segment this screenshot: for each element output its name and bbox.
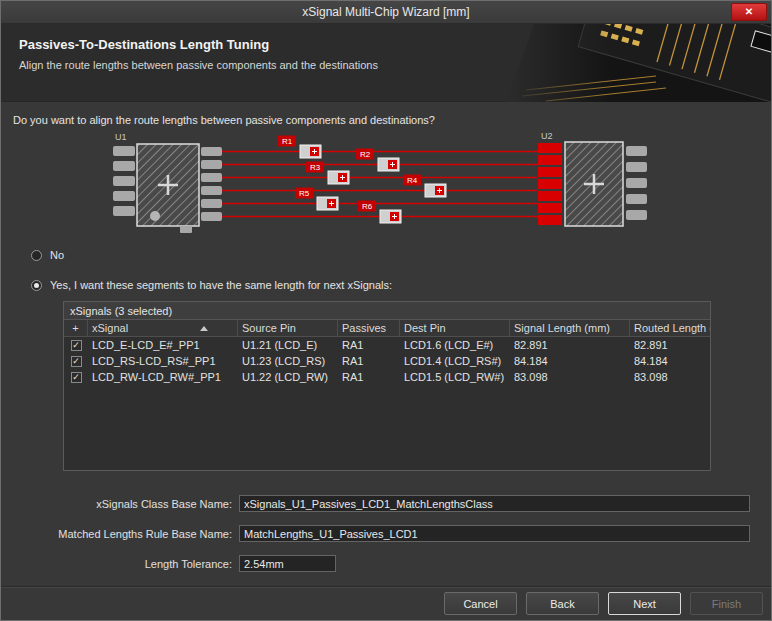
cell-source-pin: U1.22 (LCD_RW) xyxy=(238,371,338,383)
cell-source-pin: U1.21 (LCD_E) xyxy=(238,339,338,351)
column-header-source-pin[interactable]: Source Pin xyxy=(238,320,338,336)
next-button[interactable]: Next xyxy=(608,592,681,615)
cell-dest-pin: LCD1.6 (LCD_E#) xyxy=(400,339,510,351)
column-header-signal-length[interactable]: Signal Length (mm) xyxy=(510,320,630,336)
class-base-name-input[interactable] xyxy=(239,495,750,512)
cell-dest-pin: LCD1.4 (LCD_RS#) xyxy=(400,355,510,367)
column-header-passives[interactable]: Passives xyxy=(338,320,400,336)
table-row[interactable]: ✓ LCD_RS-LCD_RS#_PP1 U1.23 (LCD_RS) RA1 … xyxy=(64,353,710,369)
cell-signal-length: 82.891 xyxy=(510,339,630,351)
button-bar: Cancel Back Next Finish xyxy=(1,586,771,620)
radio-yes-control[interactable] xyxy=(31,280,42,291)
passives-diagram: U1 U2 xyxy=(85,130,685,235)
radio-yes-label: Yes, I want these segments to have the s… xyxy=(50,279,392,291)
row-checkbox[interactable]: ✓ xyxy=(71,340,82,351)
cell-routed-length: 84.184 xyxy=(630,355,710,367)
column-header-select-all[interactable]: + xyxy=(64,320,88,336)
length-tolerance-input[interactable] xyxy=(239,555,336,572)
r5-label: R5 xyxy=(299,189,310,198)
column-header-dest-pin[interactable]: Dest Pin xyxy=(400,320,510,336)
cell-passives: RA1 xyxy=(338,371,400,383)
radio-no[interactable]: No xyxy=(31,249,771,261)
column-header-routed-length[interactable]: Routed Length (mm) xyxy=(630,320,710,336)
resistor-r1: R1 xyxy=(278,136,321,159)
xsignal-wizard-dialog: xSignal Multi-Chip Wizard [mm] ✕ Passive… xyxy=(0,0,772,621)
question-text: Do you want to align the route lengths b… xyxy=(13,114,759,126)
r2-label: R2 xyxy=(360,150,371,159)
cell-xsignal: LCD_RS-LCD_RS#_PP1 xyxy=(88,355,238,367)
cell-passives: RA1 xyxy=(338,339,400,351)
wizard-header: Passives-To-Destinations Length Tuning A… xyxy=(1,24,771,102)
cell-signal-length: 83.098 xyxy=(510,371,630,383)
cell-passives: RA1 xyxy=(338,355,400,367)
rule-base-name-label: Matched Lengths Rule Base Name: xyxy=(1,528,239,540)
pcb-image xyxy=(506,24,771,102)
radio-no-control[interactable] xyxy=(31,250,42,261)
column-header-xsignal[interactable]: xSignal xyxy=(88,320,238,336)
r4-label: R4 xyxy=(407,176,418,185)
table-caption: xSignals (3 selected) xyxy=(64,302,710,320)
r6-label: R6 xyxy=(362,202,373,211)
r1-label: R1 xyxy=(282,137,293,146)
cell-xsignal: LCD_RW-LCD_RW#_PP1 xyxy=(88,371,238,383)
radio-yes[interactable]: Yes, I want these segments to have the s… xyxy=(31,279,771,291)
row-checkbox[interactable]: ✓ xyxy=(71,372,82,383)
ic-u1: U1 xyxy=(113,132,222,233)
xsignals-table: xSignals (3 selected) + xSignal Source P… xyxy=(63,301,711,471)
ic-u2: U2 xyxy=(538,131,647,226)
rule-base-name-input[interactable] xyxy=(239,525,750,542)
window-title: xSignal Multi-Chip Wizard [mm] xyxy=(1,5,771,19)
cell-dest-pin: LCD1.5 (LCD_RW#) xyxy=(400,371,510,383)
close-icon: ✕ xyxy=(745,6,753,17)
r3-label: R3 xyxy=(310,163,321,172)
u1-label: U1 xyxy=(115,132,127,142)
cell-routed-length: 83.098 xyxy=(630,371,710,383)
back-button[interactable]: Back xyxy=(526,592,599,615)
cancel-button[interactable]: Cancel xyxy=(444,592,517,615)
title-bar[interactable]: xSignal Multi-Chip Wizard [mm] ✕ xyxy=(1,1,771,24)
table-row[interactable]: ✓ LCD_RW-LCD_RW#_PP1 U1.22 (LCD_RW) RA1 … xyxy=(64,369,710,385)
sort-ascending-icon xyxy=(200,326,208,331)
cell-xsignal: LCD_E-LCD_E#_PP1 xyxy=(88,339,238,351)
naming-form: xSignals Class Base Name: Matched Length… xyxy=(1,495,771,572)
u2-label: U2 xyxy=(541,131,553,141)
table-row[interactable]: ✓ LCD_E-LCD_E#_PP1 U1.21 (LCD_E) RA1 LCD… xyxy=(64,337,710,353)
finish-button: Finish xyxy=(690,592,763,615)
cell-routed-length: 82.891 xyxy=(630,339,710,351)
radio-no-label: No xyxy=(50,249,64,261)
length-tolerance-label: Length Tolerance: xyxy=(1,558,239,570)
cell-signal-length: 84.184 xyxy=(510,355,630,367)
cell-source-pin: U1.23 (LCD_RS) xyxy=(238,355,338,367)
row-checkbox[interactable]: ✓ xyxy=(71,356,82,367)
table-header-row: + xSignal Source Pin Passives Dest Pin S… xyxy=(64,320,710,337)
close-button[interactable]: ✕ xyxy=(731,3,767,21)
class-base-name-label: xSignals Class Base Name: xyxy=(1,498,239,510)
